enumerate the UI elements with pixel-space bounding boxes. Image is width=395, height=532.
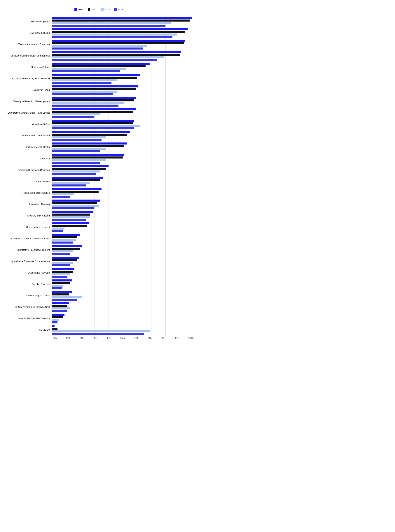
bar-4-3 xyxy=(52,70,120,72)
bar-row-3-1 xyxy=(52,54,194,56)
bar-row-27-2 xyxy=(52,330,194,332)
bar-3-2 xyxy=(52,56,164,58)
bar-row-8-1 xyxy=(52,111,194,113)
bar-20-1 xyxy=(52,248,80,250)
bar-7-2 xyxy=(52,102,124,104)
bar-group-16 xyxy=(52,199,194,210)
bar-row-6-1 xyxy=(52,88,194,90)
legend-swatch-2023 xyxy=(88,8,90,11)
bar-row-10-3 xyxy=(52,139,194,141)
bar-25-2 xyxy=(52,307,70,309)
bar-3-3 xyxy=(52,59,157,61)
bar-1-2 xyxy=(52,33,177,36)
bar-1-0 xyxy=(52,28,188,30)
bar-row-10-1 xyxy=(52,134,194,136)
bar-1-3 xyxy=(52,36,172,38)
bar-row-18-3 xyxy=(52,230,194,232)
bar-row-14-0 xyxy=(52,177,194,179)
bar-18-1 xyxy=(52,225,87,227)
legend-label-2022: 2022 xyxy=(104,8,110,11)
bar-19-2 xyxy=(52,239,76,241)
y-label-24: Diversity Targets / Goals xyxy=(4,290,50,301)
bar-20-2 xyxy=(52,250,73,252)
bar-group-17 xyxy=(52,210,194,221)
bar-row-10-2 xyxy=(52,136,194,138)
bar-group-3 xyxy=(52,50,194,62)
bar-13-0 xyxy=(52,165,109,167)
bar-14-1 xyxy=(52,179,100,181)
x-axis-label-3: 30% xyxy=(93,337,98,339)
bar-2-1 xyxy=(52,42,184,44)
bar-row-18-0 xyxy=(52,222,194,224)
bar-row-21-2 xyxy=(52,262,194,264)
y-label-25: Full-time / Part-time Employee Split xyxy=(4,301,50,313)
bar-row-16-0 xyxy=(52,199,194,202)
bar-group-14 xyxy=(52,176,194,187)
bar-26-2 xyxy=(52,319,59,321)
bar-25-1 xyxy=(52,305,67,307)
y-label-27: COVID-19 xyxy=(4,324,50,336)
y-label-4: Monitoring Culture xyxy=(4,62,50,73)
bar-row-5-1 xyxy=(52,76,194,79)
bar-row-14-3 xyxy=(52,184,194,187)
bar-row-7-3 xyxy=(52,104,194,107)
bar-group-2 xyxy=(52,39,194,50)
bar-row-24-0 xyxy=(52,291,194,293)
bar-4-0 xyxy=(52,63,150,64)
legend-swatch-2024 xyxy=(74,8,77,11)
bar-22-1 xyxy=(52,271,73,273)
y-label-5: Quantitative Diversity Stats (Gender) xyxy=(4,73,50,85)
bar-row-11-3 xyxy=(52,150,194,152)
bar-row-3-2 xyxy=(52,56,194,58)
bar-13-3 xyxy=(52,173,96,175)
bar-row-9-2 xyxy=(52,125,194,127)
bar-18-2 xyxy=(52,227,65,230)
bar-24-2 xyxy=(52,296,82,298)
bar-row-23-0 xyxy=(52,279,194,281)
bar-11-0 xyxy=(52,142,127,145)
bar-2-2 xyxy=(52,45,147,47)
bar-24-3 xyxy=(52,299,77,301)
bar-12-1 xyxy=(52,156,123,158)
x-axis-label-8: 80% xyxy=(161,337,165,339)
x-axis-label-0: 0% xyxy=(53,337,57,339)
legend-item-2021: 2021 xyxy=(114,8,123,11)
y-label-7: Diversity in Retention / Development xyxy=(4,96,50,107)
y-label-16: Succession Planning xyxy=(4,199,50,210)
bar-row-8-3 xyxy=(52,116,194,118)
bar-0-0 xyxy=(52,17,192,19)
bar-24-0 xyxy=(52,291,72,293)
bar-group-18 xyxy=(52,221,194,233)
bar-row-21-0 xyxy=(52,256,194,259)
bar-4-1 xyxy=(52,65,146,67)
x-axis-label-6: 60% xyxy=(134,337,138,339)
bar-row-1-1 xyxy=(52,31,194,33)
bar-23-1 xyxy=(52,282,70,284)
bar-group-23 xyxy=(52,279,194,290)
bar-group-9 xyxy=(52,119,194,130)
bar-10-3 xyxy=(52,139,102,141)
bar-row-11-0 xyxy=(52,142,194,145)
legend-item-2023: 2023 xyxy=(88,8,97,11)
bar-14-2 xyxy=(52,182,90,184)
bar-15-0 xyxy=(52,188,102,190)
bar-18-3 xyxy=(52,230,63,232)
legend-label-2024: 2024 xyxy=(78,8,83,11)
bar-row-2-0 xyxy=(52,40,194,42)
bar-16-0 xyxy=(52,199,100,202)
bar-row-13-2 xyxy=(52,170,194,172)
bar-4-2 xyxy=(52,68,126,70)
bar-13-1 xyxy=(52,168,106,170)
bar-9-3 xyxy=(52,127,134,129)
bar-row-15-3 xyxy=(52,196,194,198)
bar-5-1 xyxy=(52,77,137,79)
bar-11-1 xyxy=(52,145,124,147)
bar-row-0-1 xyxy=(52,19,194,21)
bar-27-2 xyxy=(52,330,150,332)
bar-row-1-0 xyxy=(52,28,194,30)
bar-row-0-0 xyxy=(52,17,194,19)
bar-3-1 xyxy=(52,54,180,56)
bar-row-13-3 xyxy=(52,173,194,175)
bar-17-2 xyxy=(52,216,90,218)
bar-group-24 xyxy=(52,290,194,301)
